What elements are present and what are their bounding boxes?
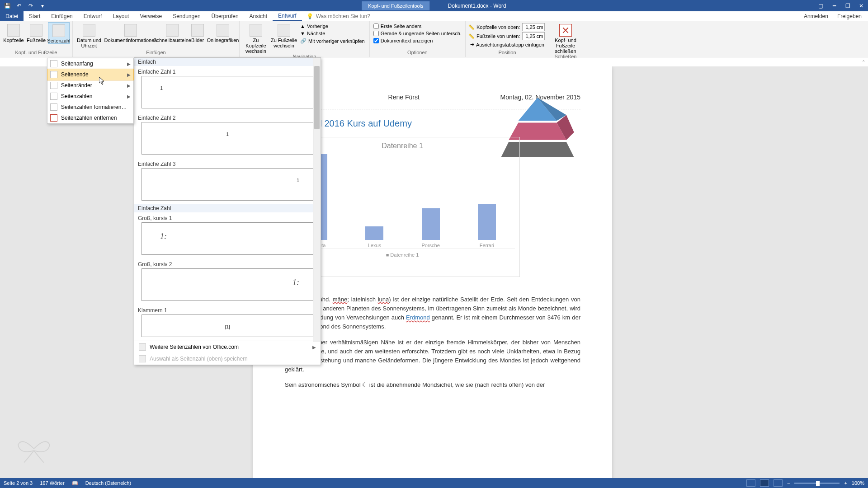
gallery-item-simple-1[interactable]: Einfache Zahl 1 1 <box>134 66 321 112</box>
tab-design[interactable]: Entwurf <box>78 11 108 21</box>
status-word-count[interactable]: 167 Wörter <box>40 480 64 486</box>
link-previous-button[interactable]: 🔗Mit vorheriger verknüpfen <box>298 38 367 44</box>
quickparts-button[interactable]: Schnellbausteine <box>159 22 186 43</box>
tab-review[interactable]: Überprüfen <box>206 11 244 21</box>
onlinepic-icon <box>217 24 229 37</box>
goto-header-icon <box>250 24 262 37</box>
header-from-top-field[interactable]: 📏Kopfzeile von oben: <box>468 23 546 31</box>
chart-bar <box>365 226 383 240</box>
page-margin-icon <box>50 82 57 89</box>
status-page[interactable]: Seite 2 von 3 <box>4 480 33 486</box>
tab-layout[interactable]: Layout <box>107 11 134 21</box>
share-button[interactable]: Freigeben <box>837 13 862 19</box>
pictures-button[interactable]: Bilder <box>187 22 208 43</box>
maximize-icon[interactable]: ❐ <box>841 0 854 11</box>
save-selection-icon <box>139 355 146 362</box>
web-layout-button[interactable] <box>774 479 783 487</box>
group-position-label: Position <box>468 50 546 56</box>
group-insert-label: Einfügen <box>75 50 236 56</box>
print-layout-button[interactable] <box>760 479 769 487</box>
zoom-out-button[interactable]: − <box>787 480 790 486</box>
tab-references[interactable]: Verweise <box>134 11 167 21</box>
zoom-slider-thumb[interactable] <box>816 481 820 486</box>
zoom-slider[interactable] <box>794 483 840 484</box>
gallery-item-simple-2[interactable]: Einfache Zahl 2 1 <box>134 112 321 158</box>
chart-bar <box>422 208 440 240</box>
zoom-in-button[interactable]: + <box>844 480 847 486</box>
zoom-level[interactable]: 100% <box>852 480 864 486</box>
chart-title: Datenreihe 1 <box>290 142 515 150</box>
document-title: Dokument1.docx - Word <box>448 3 506 9</box>
proofing-icon[interactable]: 📖 <box>72 480 78 486</box>
gallery-scrollbar[interactable] <box>313 58 321 342</box>
collapse-ribbon-icon[interactable]: ⌃ <box>862 60 865 65</box>
datetime-button[interactable]: Datum und Uhrzeit <box>75 22 103 48</box>
menu-format-page-numbers[interactable]: Seitenzahlen formatieren… <box>47 102 133 113</box>
scrollbar-thumb[interactable] <box>314 66 320 129</box>
close-window-icon[interactable]: ✕ <box>854 0 868 11</box>
page-number-button[interactable]: Seitenzahl <box>48 22 70 44</box>
arrow-down-icon: ▼ <box>300 31 305 36</box>
page-number-icon <box>52 24 65 37</box>
watermark-logo <box>14 433 54 465</box>
chevron-right-icon: ▶ <box>312 345 316 350</box>
redo-icon[interactable]: ↷ <box>27 2 34 9</box>
ribbon: Kopfzeile Fußzeile Seitenzahl Kopf- und … <box>0 21 868 57</box>
save-icon[interactable]: 💾 <box>4 2 11 9</box>
gallery-item-simple-3[interactable]: Einfache Zahl 3 1 <box>134 158 321 204</box>
chevron-right-icon: ▶ <box>127 72 131 77</box>
tab-file[interactable]: Datei <box>0 11 24 21</box>
chevron-right-icon: ▶ <box>127 94 131 99</box>
page-number-menu: Seitenanfang▶ Seitenende▶ Seitenränder▶ … <box>47 58 134 124</box>
menu-page-numbers[interactable]: Seitenzahlen▶ <box>47 91 133 102</box>
online-pictures-button[interactable]: Onlinegrafiken <box>209 22 236 43</box>
nav-previous-button[interactable]: ▲Vorherige <box>298 23 367 29</box>
undo-icon[interactable]: ↶ <box>15 2 23 9</box>
group-header-footer-label: Kopf- und Fußzeile <box>3 50 70 56</box>
document-canvas[interactable]: t GMBH Rene Fürst Montag, 02. November 2… <box>0 66 868 478</box>
docinfo-icon <box>124 24 137 37</box>
gallery-more-office[interactable]: Weitere Seitenzahlen von Office.com▶ <box>134 341 321 353</box>
status-language[interactable]: Deutsch (Österreich) <box>85 480 131 486</box>
docinfo-button[interactable]: Dokumentinformationen <box>104 22 158 43</box>
footer-button[interactable]: Fußzeile <box>25 22 47 43</box>
header-button[interactable]: Kopfzeile <box>3 22 24 43</box>
odd-even-different-checkbox[interactable]: Gerade & ungerade Seiten untersch. <box>373 30 462 37</box>
read-mode-button[interactable] <box>746 479 755 487</box>
menu-top-of-page[interactable]: Seitenanfang▶ <box>47 58 133 69</box>
footer-from-bottom-field[interactable]: 📏Fußzeile von unten: <box>468 32 546 40</box>
tab-home[interactable]: Start <box>24 11 46 21</box>
ruler-icon: 📏 <box>468 33 475 39</box>
gallery-item-big-italic-2[interactable]: Groß, kursiv 2 1: <box>134 258 321 305</box>
show-document-text-checkbox[interactable]: Dokumenttext anzeigen <box>373 38 462 44</box>
goto-footer-button[interactable]: Zu Fußzeile wechseln <box>270 22 297 48</box>
insert-alignment-tab-button[interactable]: ⇥Ausrichtungstabstopp einfügen <box>468 41 546 48</box>
header-author: Rene Fürst <box>388 94 420 101</box>
menu-remove-page-numbers[interactable]: Seitenzahlen entfernen <box>47 113 133 123</box>
ribbon-display-icon[interactable]: ▢ <box>814 0 827 11</box>
link-icon: 🔗 <box>300 38 307 44</box>
tab-view[interactable]: Ansicht <box>244 11 273 21</box>
arrow-up-icon: ▲ <box>300 23 305 29</box>
nav-next-button[interactable]: ▼Nächste <box>298 30 367 37</box>
chart-label: Lexus <box>368 243 381 248</box>
goto-header-button[interactable]: Zu Kopfzeile wechseln <box>242 22 269 54</box>
tab-mailings[interactable]: Sendungen <box>167 11 206 21</box>
tell-me-box[interactable]: 💡 Was möchten Sie tun? <box>307 11 370 21</box>
minimize-icon[interactable]: ━ <box>827 0 841 11</box>
gallery-save-selection: Auswahl als Seitenzahl (oben) speichern <box>134 353 321 365</box>
first-page-different-checkbox[interactable]: Erste Seite anders <box>373 23 462 29</box>
chart-label: Ferrari <box>480 243 494 248</box>
chart-bar <box>478 204 496 240</box>
tab-hf-design[interactable]: Entwurf <box>273 11 302 21</box>
qat-customize-icon[interactable]: ▾ <box>39 2 46 9</box>
gallery-section-simple: Einfach <box>134 58 321 66</box>
gallery-item-big-italic-1[interactable]: Groß, kursiv 1 1: <box>134 212 321 258</box>
chart-plot-area: Toyota Lexus Porsche Ferrari <box>290 154 515 249</box>
menu-page-margins[interactable]: Seitenränder▶ <box>47 80 133 91</box>
menu-bottom-of-page[interactable]: Seitenende▶ <box>47 69 134 80</box>
gallery-item-brackets-1[interactable]: Klammern 1 |1| <box>134 305 321 341</box>
tab-insert[interactable]: Einfügen <box>46 11 78 21</box>
sign-in-link[interactable]: Anmelden <box>804 13 828 19</box>
close-header-footer-button[interactable]: Kopf- und Fußzeile schließen <box>552 22 579 54</box>
